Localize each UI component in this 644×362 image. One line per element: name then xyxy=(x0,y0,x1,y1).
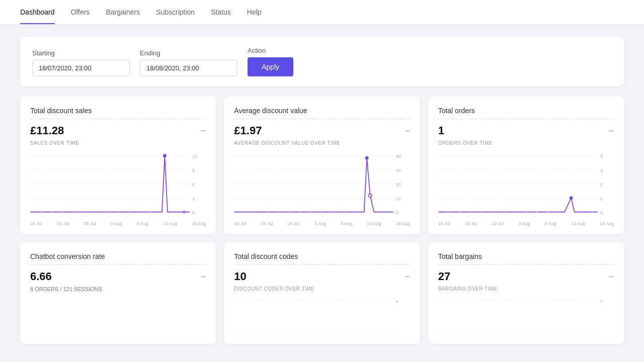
svg-point-36 xyxy=(369,194,372,198)
card-subtitle-total-discount-sales: SALES OVER TIME xyxy=(30,140,206,146)
bottom-cards-grid: Chatbot conversion rate 6.66 − 8 ORDERS … xyxy=(20,242,624,344)
card-title-average-discount-value: Average discount value xyxy=(234,107,410,119)
svg-point-74 xyxy=(596,211,598,213)
svg-text:4: 4 xyxy=(600,154,603,159)
card-collapse-total-orders[interactable]: − xyxy=(608,126,614,136)
svg-point-49 xyxy=(392,211,394,213)
chart-average-discount-value: 60 45 30 15 0 xyxy=(234,150,410,220)
card-subtitle-total-bargains: BARGAINS OVER TIME xyxy=(438,286,614,292)
svg-point-13 xyxy=(40,211,42,213)
svg-text:60: 60 xyxy=(396,154,401,159)
svg-point-72 xyxy=(558,211,560,213)
x-labels-total-orders: 19 Jul 24 Jul 29 Jul 3 Aug 8 Aug 13 Aug … xyxy=(438,221,614,226)
svg-point-12 xyxy=(30,211,31,213)
svg-point-15 xyxy=(62,211,64,213)
svg-point-73 xyxy=(591,211,593,213)
svg-text:9: 9 xyxy=(192,168,195,173)
svg-point-70 xyxy=(536,211,538,213)
svg-point-14 xyxy=(51,211,53,213)
card-collapse-average-discount-value[interactable]: − xyxy=(405,126,410,136)
svg-point-67 xyxy=(503,211,505,213)
svg-text:6: 6 xyxy=(192,182,195,187)
starting-label: Starting xyxy=(32,49,130,57)
tab-status[interactable]: Status xyxy=(211,0,231,24)
card-total-orders: Total orders 1 − ORDERS OVER TIME 4 3 2 … xyxy=(428,97,624,234)
svg-text:0: 0 xyxy=(192,210,195,215)
svg-point-22 xyxy=(139,211,141,213)
card-title-total-orders: Total orders xyxy=(438,107,614,119)
svg-point-24 xyxy=(188,211,190,213)
svg-point-20 xyxy=(117,211,119,213)
tab-bargainers[interactable]: Bargainers xyxy=(106,0,140,24)
svg-point-47 xyxy=(343,211,345,213)
svg-point-43 xyxy=(299,211,301,213)
nav-bar: Dashboard Offers Bargainers Subscription… xyxy=(0,0,644,25)
tab-help[interactable]: Help xyxy=(247,0,262,24)
card-value-total-discount-codes: 10 xyxy=(234,270,246,283)
card-collapse-total-discount-sales[interactable]: − xyxy=(201,126,206,136)
svg-point-65 xyxy=(481,211,483,213)
apply-button[interactable]: Apply xyxy=(248,57,293,76)
card-total-discount-codes: Total discount codes 10 − DISCOUNT CODES… xyxy=(224,242,420,344)
card-collapse-chatbot-conversion-rate[interactable]: − xyxy=(201,272,206,282)
card-total-discount-sales: Total discount sales £11.28 − SALES OVER… xyxy=(20,97,216,234)
svg-point-39 xyxy=(255,211,257,213)
svg-point-46 xyxy=(332,211,334,213)
svg-point-63 xyxy=(459,211,461,213)
card-collapse-total-discount-codes[interactable]: − xyxy=(405,272,410,282)
svg-point-61 xyxy=(438,211,439,213)
card-title-total-bargains: Total bargains xyxy=(438,252,614,265)
ending-input[interactable] xyxy=(140,60,237,76)
svg-point-66 xyxy=(492,211,494,213)
svg-point-11 xyxy=(183,211,185,214)
tab-dashboard[interactable]: Dashboard xyxy=(20,0,55,24)
card-subtitle-total-discount-codes: DISCOUNT CODES OVER TIME xyxy=(234,286,410,292)
card-subtitle-average-discount-value: AVERAGE DISCOUNT VALUE OVER TIME xyxy=(234,140,410,146)
svg-text:45: 45 xyxy=(396,168,401,173)
svg-point-19 xyxy=(106,211,108,213)
svg-text:2: 2 xyxy=(600,182,603,187)
svg-point-41 xyxy=(277,211,279,213)
svg-point-64 xyxy=(470,211,472,213)
card-collapse-total-bargains[interactable]: − xyxy=(608,272,614,282)
svg-text:3: 3 xyxy=(600,168,603,173)
card-sub-chatbot-conversion-rate: 8 ORDERS / 121 SESSIONS xyxy=(30,286,206,292)
x-labels-average-discount-value: 19 Jul 24 Jul 29 Jul 3 Aug 8 Aug 13 Aug … xyxy=(234,221,410,226)
card-average-discount-value: Average discount value £1.97 − AVERAGE D… xyxy=(224,97,420,234)
starting-field: Starting xyxy=(32,49,130,76)
svg-point-35 xyxy=(365,156,369,160)
tab-subscription[interactable]: Subscription xyxy=(156,0,195,24)
svg-point-40 xyxy=(266,211,268,213)
svg-point-37 xyxy=(234,211,235,213)
card-total-bargains: Total bargains 27 − BARGAINS OVER TIME 8 xyxy=(428,242,624,344)
card-value-average-discount-value: £1.97 xyxy=(234,124,262,137)
svg-point-23 xyxy=(150,211,152,213)
card-title-total-discount-codes: Total discount codes xyxy=(234,252,410,265)
svg-point-21 xyxy=(128,211,130,213)
card-subtitle-total-orders: ORDERS OVER TIME xyxy=(438,140,614,146)
svg-text:30: 30 xyxy=(396,182,401,187)
svg-point-60 xyxy=(570,196,573,200)
svg-point-69 xyxy=(525,211,527,213)
card-value-total-orders: 1 xyxy=(438,124,444,137)
svg-point-71 xyxy=(547,211,549,213)
ending-field: Ending xyxy=(140,49,237,76)
svg-point-42 xyxy=(288,211,290,213)
svg-point-38 xyxy=(244,211,246,213)
card-chatbot-conversion-rate: Chatbot conversion rate 6.66 − 8 ORDERS … xyxy=(20,242,216,344)
svg-text:3: 3 xyxy=(192,196,195,201)
svg-point-62 xyxy=(448,211,450,213)
svg-text:1: 1 xyxy=(600,196,603,201)
card-value-total-discount-sales: £11.28 xyxy=(30,124,64,137)
tab-offers[interactable]: Offers xyxy=(71,0,90,24)
svg-text:12: 12 xyxy=(192,154,197,159)
svg-text:0: 0 xyxy=(396,210,398,215)
svg-text:8: 8 xyxy=(396,299,398,304)
ending-label: Ending xyxy=(140,49,237,57)
chart-total-discount-sales: 12 9 6 3 0 xyxy=(30,150,206,220)
chart-total-orders: 4 3 2 1 0 xyxy=(438,150,614,220)
svg-point-16 xyxy=(73,211,75,213)
x-labels-total-discount-sales: 19 Jul 24 Jul 29 Jul 3 Aug 8 Aug 13 Aug … xyxy=(30,221,206,226)
svg-point-18 xyxy=(95,211,97,213)
starting-input[interactable] xyxy=(32,60,130,76)
